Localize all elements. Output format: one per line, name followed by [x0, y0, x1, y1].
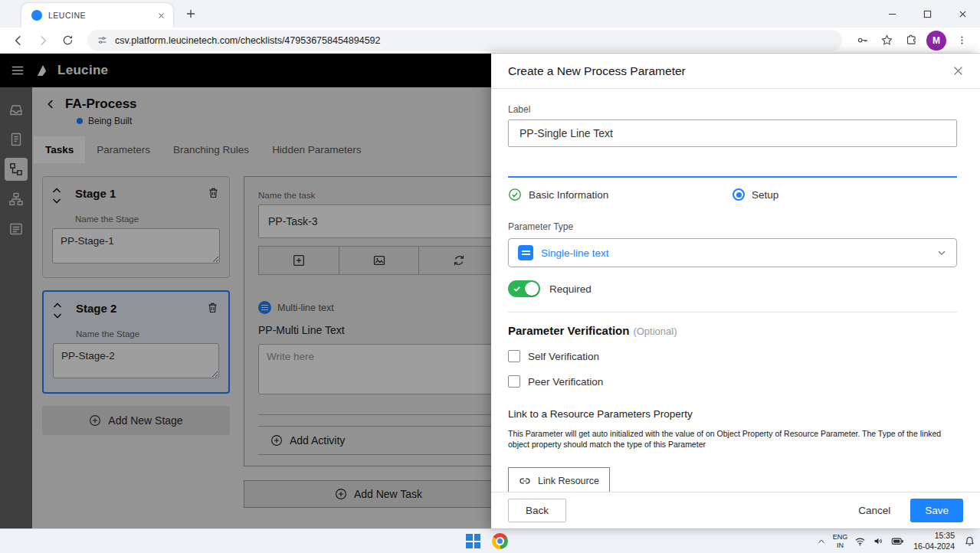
add-parameter-icon[interactable] [259, 247, 339, 274]
task-column: Name the task [244, 176, 513, 508]
stage-name-input[interactable]: PP-Stage-1 [52, 228, 220, 263]
back-step-button[interactable]: Back [508, 499, 566, 522]
cancel-button[interactable]: Cancel [847, 499, 901, 522]
clock-time: 15:35 [935, 531, 955, 542]
maximize-button[interactable] [910, 0, 945, 28]
toggle-knob [525, 282, 539, 296]
step-setup[interactable]: Setup [733, 188, 957, 201]
activity-textarea[interactable] [258, 344, 499, 394]
self-verification-label: Self Verification [528, 351, 599, 362]
save-button[interactable]: Save [910, 499, 963, 522]
step-setup-label: Setup [752, 189, 778, 201]
parameter-type-caption: Parameter Type [508, 221, 957, 232]
verification-optional-text: (Optional) [633, 326, 677, 337]
wifi-icon[interactable] [854, 535, 866, 547]
verification-section-title: Parameter Verification(Optional) [508, 324, 957, 337]
browser-tab[interactable]: LEUCINE [21, 3, 173, 28]
site-favicon-icon [31, 10, 42, 21]
plus-circle-icon [270, 434, 283, 447]
stage-card-2[interactable]: Stage 2 Name the Stage PP-Stage-2 [42, 290, 230, 394]
back-chevron-icon[interactable] [45, 99, 56, 110]
sidebar-item-hierarchy[interactable] [5, 188, 28, 211]
section-divider [508, 312, 957, 312]
sidebar-item-checklists[interactable] [5, 128, 28, 151]
language-indicator[interactable]: ENG IN [833, 533, 848, 550]
self-verification-checkbox[interactable] [508, 350, 520, 362]
browser-navbar: csv.platform.leucinetech.com/checklists/… [0, 28, 980, 54]
tab-hidden-parameters[interactable]: Hidden Parameters [261, 136, 372, 163]
parameter-label-input[interactable] [508, 119, 957, 147]
link-resource-button[interactable]: Link Resource [508, 467, 610, 492]
stage-card-1[interactable]: Stage 1 Name the Stage PP-Stage-1 [42, 176, 230, 278]
peer-verification-row: Peer Verification [508, 375, 957, 388]
url-text: csv.platform.leucinetech.com/checklists/… [115, 35, 381, 46]
task-name-input[interactable] [258, 205, 499, 238]
required-toggle[interactable] [508, 280, 540, 297]
minimize-button[interactable] [874, 0, 910, 28]
dialog-close-icon[interactable] [953, 66, 963, 76]
stage-name-input[interactable]: PP-Stage-2 [53, 343, 219, 378]
tab-tasks[interactable]: Tasks [34, 136, 85, 163]
parameter-type-value: Single-line text [541, 247, 936, 259]
extensions-puzzle-icon[interactable] [901, 31, 921, 51]
link-chain-icon [519, 475, 531, 487]
sidebar-item-processes[interactable] [5, 158, 28, 181]
peer-verification-checkbox[interactable] [508, 375, 520, 388]
add-activity-button[interactable]: Add Activity [258, 426, 499, 455]
activity-block: Multi-line text PP-Multi Line Text [258, 301, 499, 398]
delete-stage-icon[interactable] [207, 186, 220, 199]
plus-circle-icon [89, 414, 101, 427]
sidebar-item-inbox[interactable] [5, 98, 28, 121]
windows-taskbar: ENG IN 15:35 16-04-2024 [0, 528, 980, 553]
delete-stage-icon[interactable] [206, 301, 219, 314]
url-bar[interactable]: csv.platform.leucinetech.com/checklists/… [87, 30, 842, 51]
sidebar-item-reports[interactable] [5, 218, 28, 241]
new-tab-button[interactable] [184, 7, 198, 21]
password-key-icon[interactable] [852, 31, 872, 51]
add-activity-label: Add Activity [290, 434, 345, 447]
chrome-taskbar-icon[interactable] [492, 533, 508, 549]
add-new-stage-label: Add New Stage [108, 414, 182, 427]
process-title: FA-Process [65, 97, 137, 112]
activity-name: PP-Multi Line Text [258, 324, 499, 336]
screen: LEUCINE [0, 0, 980, 553]
taskbar-clock[interactable]: 15:35 16-04-2024 [913, 531, 955, 551]
tab-close-icon[interactable] [155, 9, 167, 21]
browser-menu-icon[interactable] [952, 31, 972, 51]
tray-expand-icon[interactable] [817, 537, 826, 546]
notifications-bell-icon[interactable] [964, 535, 975, 547]
tab-branching-rules[interactable]: Branching Rules [162, 136, 261, 163]
move-stage-up-icon[interactable] [53, 303, 70, 308]
step-basic-label: Basic Information [529, 189, 608, 201]
tab-parameters[interactable]: Parameters [85, 136, 162, 163]
stage-title: Stage 1 [75, 186, 207, 200]
reload-button[interactable] [57, 31, 77, 51]
add-new-task-button[interactable]: Add New Task [244, 480, 513, 508]
page-viewport: Leucine [0, 54, 980, 528]
volume-icon[interactable] [873, 535, 884, 547]
hamburger-menu-icon[interactable] [11, 63, 26, 78]
move-stage-down-icon[interactable] [53, 313, 70, 319]
close-window-button[interactable] [945, 0, 980, 28]
forward-button[interactable] [33, 31, 53, 51]
stage-column: Stage 1 Name the Stage PP-Stage-1 [42, 176, 230, 435]
task-recurrence-icon[interactable] [418, 247, 498, 274]
link-resource-label: Link Resource [538, 476, 599, 486]
move-stage-down-icon[interactable] [52, 198, 69, 204]
plus-circle-icon [335, 488, 347, 500]
add-new-stage-button[interactable]: Add New Stage [42, 406, 230, 435]
add-media-icon[interactable] [339, 247, 418, 274]
site-info-icon[interactable] [97, 34, 108, 46]
stage-reorder-controls [52, 186, 69, 204]
bookmark-star-icon[interactable] [877, 31, 896, 51]
sidebar-rail [0, 87, 32, 528]
parameter-type-select[interactable]: Single-line text [508, 238, 957, 267]
task-toolbar [258, 246, 499, 275]
profile-avatar[interactable]: M [926, 31, 946, 51]
back-button[interactable] [8, 31, 28, 51]
windows-start-icon[interactable] [466, 534, 480, 548]
step-basic-information[interactable]: Basic Information [508, 188, 733, 201]
battery-icon[interactable] [891, 535, 904, 548]
stage-name-label: Name the Stage [76, 329, 219, 339]
move-stage-up-icon[interactable] [52, 188, 69, 193]
